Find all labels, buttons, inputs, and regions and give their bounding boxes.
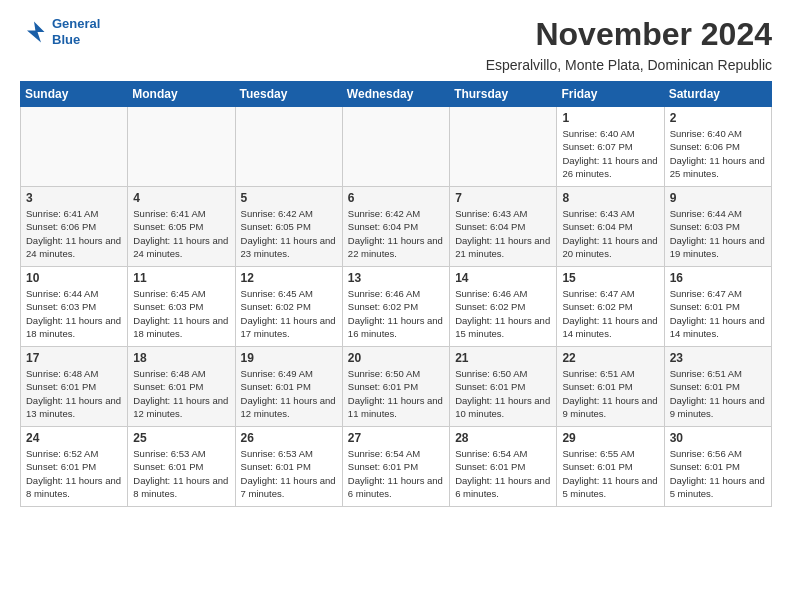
calendar-header-row: SundayMondayTuesdayWednesdayThursdayFrid…	[21, 82, 772, 107]
calendar-cell: 3Sunrise: 6:41 AMSunset: 6:06 PMDaylight…	[21, 187, 128, 267]
column-header-sunday: Sunday	[21, 82, 128, 107]
day-number: 27	[348, 431, 444, 445]
day-info: Sunrise: 6:50 AMSunset: 6:01 PMDaylight:…	[455, 367, 551, 420]
day-info: Sunrise: 6:47 AMSunset: 6:01 PMDaylight:…	[670, 287, 766, 340]
calendar-cell: 5Sunrise: 6:42 AMSunset: 6:05 PMDaylight…	[235, 187, 342, 267]
calendar-cell: 9Sunrise: 6:44 AMSunset: 6:03 PMDaylight…	[664, 187, 771, 267]
day-info: Sunrise: 6:41 AMSunset: 6:06 PMDaylight:…	[26, 207, 122, 260]
column-header-thursday: Thursday	[450, 82, 557, 107]
day-info: Sunrise: 6:43 AMSunset: 6:04 PMDaylight:…	[455, 207, 551, 260]
day-info: Sunrise: 6:51 AMSunset: 6:01 PMDaylight:…	[562, 367, 658, 420]
day-number: 18	[133, 351, 229, 365]
day-info: Sunrise: 6:45 AMSunset: 6:02 PMDaylight:…	[241, 287, 337, 340]
day-number: 12	[241, 271, 337, 285]
calendar-cell: 16Sunrise: 6:47 AMSunset: 6:01 PMDayligh…	[664, 267, 771, 347]
calendar-week-5: 24Sunrise: 6:52 AMSunset: 6:01 PMDayligh…	[21, 427, 772, 507]
day-number: 21	[455, 351, 551, 365]
day-number: 5	[241, 191, 337, 205]
day-info: Sunrise: 6:48 AMSunset: 6:01 PMDaylight:…	[133, 367, 229, 420]
calendar-cell: 2Sunrise: 6:40 AMSunset: 6:06 PMDaylight…	[664, 107, 771, 187]
calendar-cell: 11Sunrise: 6:45 AMSunset: 6:03 PMDayligh…	[128, 267, 235, 347]
day-info: Sunrise: 6:51 AMSunset: 6:01 PMDaylight:…	[670, 367, 766, 420]
day-number: 26	[241, 431, 337, 445]
day-info: Sunrise: 6:49 AMSunset: 6:01 PMDaylight:…	[241, 367, 337, 420]
day-number: 9	[670, 191, 766, 205]
day-number: 22	[562, 351, 658, 365]
day-info: Sunrise: 6:53 AMSunset: 6:01 PMDaylight:…	[133, 447, 229, 500]
column-header-tuesday: Tuesday	[235, 82, 342, 107]
calendar-cell: 30Sunrise: 6:56 AMSunset: 6:01 PMDayligh…	[664, 427, 771, 507]
day-number: 8	[562, 191, 658, 205]
calendar-body: 1Sunrise: 6:40 AMSunset: 6:07 PMDaylight…	[21, 107, 772, 507]
day-number: 7	[455, 191, 551, 205]
calendar-cell: 7Sunrise: 6:43 AMSunset: 6:04 PMDaylight…	[450, 187, 557, 267]
calendar-cell: 21Sunrise: 6:50 AMSunset: 6:01 PMDayligh…	[450, 347, 557, 427]
calendar-cell	[21, 107, 128, 187]
day-number: 10	[26, 271, 122, 285]
calendar-week-4: 17Sunrise: 6:48 AMSunset: 6:01 PMDayligh…	[21, 347, 772, 427]
column-header-saturday: Saturday	[664, 82, 771, 107]
day-info: Sunrise: 6:42 AMSunset: 6:04 PMDaylight:…	[348, 207, 444, 260]
calendar-cell: 26Sunrise: 6:53 AMSunset: 6:01 PMDayligh…	[235, 427, 342, 507]
calendar-cell: 23Sunrise: 6:51 AMSunset: 6:01 PMDayligh…	[664, 347, 771, 427]
day-info: Sunrise: 6:40 AMSunset: 6:07 PMDaylight:…	[562, 127, 658, 180]
calendar-cell: 28Sunrise: 6:54 AMSunset: 6:01 PMDayligh…	[450, 427, 557, 507]
day-number: 3	[26, 191, 122, 205]
page-header: General Blue November 2024	[20, 16, 772, 53]
day-info: Sunrise: 6:47 AMSunset: 6:02 PMDaylight:…	[562, 287, 658, 340]
calendar-cell: 19Sunrise: 6:49 AMSunset: 6:01 PMDayligh…	[235, 347, 342, 427]
logo: General Blue	[20, 16, 100, 47]
day-info: Sunrise: 6:52 AMSunset: 6:01 PMDaylight:…	[26, 447, 122, 500]
calendar-cell: 12Sunrise: 6:45 AMSunset: 6:02 PMDayligh…	[235, 267, 342, 347]
day-number: 14	[455, 271, 551, 285]
day-info: Sunrise: 6:53 AMSunset: 6:01 PMDaylight:…	[241, 447, 337, 500]
day-number: 6	[348, 191, 444, 205]
day-info: Sunrise: 6:45 AMSunset: 6:03 PMDaylight:…	[133, 287, 229, 340]
day-info: Sunrise: 6:54 AMSunset: 6:01 PMDaylight:…	[455, 447, 551, 500]
calendar-subtitle: Esperalvillo, Monte Plata, Dominican Rep…	[20, 57, 772, 73]
day-number: 2	[670, 111, 766, 125]
day-info: Sunrise: 6:46 AMSunset: 6:02 PMDaylight:…	[455, 287, 551, 340]
month-title: November 2024	[535, 16, 772, 53]
calendar-cell: 22Sunrise: 6:51 AMSunset: 6:01 PMDayligh…	[557, 347, 664, 427]
calendar-cell	[450, 107, 557, 187]
calendar-cell	[235, 107, 342, 187]
day-number: 1	[562, 111, 658, 125]
day-info: Sunrise: 6:50 AMSunset: 6:01 PMDaylight:…	[348, 367, 444, 420]
day-number: 4	[133, 191, 229, 205]
calendar-cell: 17Sunrise: 6:48 AMSunset: 6:01 PMDayligh…	[21, 347, 128, 427]
logo-text: General Blue	[52, 16, 100, 47]
day-info: Sunrise: 6:55 AMSunset: 6:01 PMDaylight:…	[562, 447, 658, 500]
calendar-cell: 10Sunrise: 6:44 AMSunset: 6:03 PMDayligh…	[21, 267, 128, 347]
day-number: 29	[562, 431, 658, 445]
calendar-cell: 4Sunrise: 6:41 AMSunset: 6:05 PMDaylight…	[128, 187, 235, 267]
day-info: Sunrise: 6:44 AMSunset: 6:03 PMDaylight:…	[26, 287, 122, 340]
calendar-cell: 14Sunrise: 6:46 AMSunset: 6:02 PMDayligh…	[450, 267, 557, 347]
logo-icon	[20, 18, 48, 46]
day-number: 30	[670, 431, 766, 445]
calendar-cell: 8Sunrise: 6:43 AMSunset: 6:04 PMDaylight…	[557, 187, 664, 267]
calendar-week-3: 10Sunrise: 6:44 AMSunset: 6:03 PMDayligh…	[21, 267, 772, 347]
column-header-monday: Monday	[128, 82, 235, 107]
column-header-wednesday: Wednesday	[342, 82, 449, 107]
calendar-cell	[342, 107, 449, 187]
day-number: 19	[241, 351, 337, 365]
calendar-cell: 1Sunrise: 6:40 AMSunset: 6:07 PMDaylight…	[557, 107, 664, 187]
calendar-cell: 24Sunrise: 6:52 AMSunset: 6:01 PMDayligh…	[21, 427, 128, 507]
day-number: 13	[348, 271, 444, 285]
calendar-cell: 15Sunrise: 6:47 AMSunset: 6:02 PMDayligh…	[557, 267, 664, 347]
day-info: Sunrise: 6:44 AMSunset: 6:03 PMDaylight:…	[670, 207, 766, 260]
calendar-cell: 13Sunrise: 6:46 AMSunset: 6:02 PMDayligh…	[342, 267, 449, 347]
calendar-cell: 27Sunrise: 6:54 AMSunset: 6:01 PMDayligh…	[342, 427, 449, 507]
day-number: 25	[133, 431, 229, 445]
day-info: Sunrise: 6:56 AMSunset: 6:01 PMDaylight:…	[670, 447, 766, 500]
day-number: 16	[670, 271, 766, 285]
day-number: 17	[26, 351, 122, 365]
calendar-cell: 18Sunrise: 6:48 AMSunset: 6:01 PMDayligh…	[128, 347, 235, 427]
day-info: Sunrise: 6:40 AMSunset: 6:06 PMDaylight:…	[670, 127, 766, 180]
day-info: Sunrise: 6:43 AMSunset: 6:04 PMDaylight:…	[562, 207, 658, 260]
svg-marker-0	[27, 21, 45, 42]
day-info: Sunrise: 6:41 AMSunset: 6:05 PMDaylight:…	[133, 207, 229, 260]
calendar-cell: 6Sunrise: 6:42 AMSunset: 6:04 PMDaylight…	[342, 187, 449, 267]
day-number: 20	[348, 351, 444, 365]
